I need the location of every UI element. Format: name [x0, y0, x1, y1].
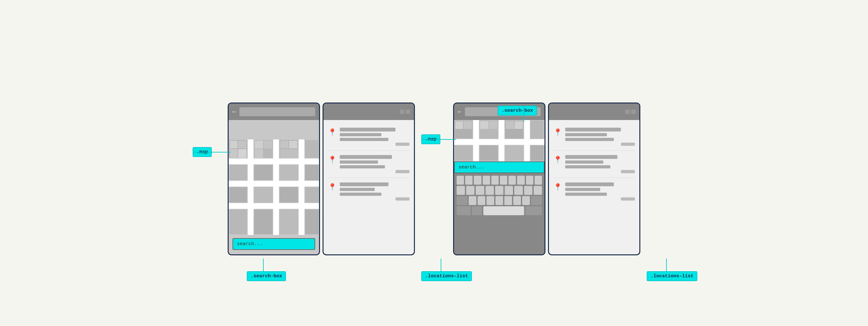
key-o[interactable] [526, 176, 533, 185]
key-shift[interactable] [457, 196, 467, 205]
svg-rect-12 [254, 165, 273, 180]
list-item-2a[interactable]: 📍 [553, 123, 635, 151]
list-item-2b[interactable]: 📍 [553, 151, 635, 178]
search-placeholder-1: search... [237, 241, 263, 247]
search-box-2[interactable]: search... [454, 161, 545, 173]
key-space[interactable] [483, 206, 524, 215]
svg-rect-14 [305, 165, 318, 180]
key-backspace[interactable] [531, 196, 542, 205]
window-dot-2a [625, 109, 630, 114]
svg-rect-47 [530, 121, 544, 138]
svg-rect-10 [305, 140, 318, 158]
key-emoji[interactable] [472, 206, 482, 215]
list-screen-1: 📍 📍 [322, 102, 415, 255]
list-lines-1b [340, 155, 409, 173]
window-dot-2b [631, 109, 636, 114]
svg-rect-11 [229, 165, 247, 180]
locations-arrow-2 [666, 259, 667, 271]
svg-rect-16 [254, 187, 273, 202]
svg-rect-48 [455, 145, 472, 161]
search-arrow-2 [523, 106, 524, 122]
svg-rect-53 [464, 121, 472, 129]
list-item-1a[interactable]: 📍 [328, 123, 409, 151]
key-return[interactable] [525, 206, 542, 215]
key-g[interactable] [495, 186, 503, 195]
diagram-2: ← [453, 84, 640, 255]
key-p[interactable] [535, 176, 542, 185]
list-item-2c[interactable]: 📍 [553, 178, 635, 205]
search-box-1[interactable]: search... [232, 238, 315, 250]
map-arrow-1 [193, 152, 231, 153]
key-n[interactable] [513, 196, 521, 205]
svg-rect-31 [255, 149, 263, 158]
back-arrow-icon-2[interactable]: ← [458, 108, 462, 116]
key-j[interactable] [514, 186, 523, 195]
list-item-1c[interactable]: 📍 [328, 178, 409, 205]
svg-rect-27 [280, 141, 288, 149]
key-a[interactable] [457, 186, 465, 195]
key-s[interactable] [466, 186, 474, 195]
window-dot-1b [406, 109, 410, 114]
map-arrow-2 [421, 139, 456, 140]
key-e[interactable] [474, 176, 481, 185]
map-screen-1: ← [228, 102, 320, 255]
key-r[interactable] [483, 176, 490, 185]
list-header-1 [323, 103, 414, 120]
svg-rect-43 [524, 120, 530, 161]
key-123[interactable] [457, 206, 471, 215]
keyboard-row-4 [457, 206, 542, 215]
svg-rect-19 [229, 209, 247, 234]
svg-rect-6 [299, 139, 304, 235]
svg-marker-34 [229, 152, 231, 153]
svg-rect-52 [455, 121, 463, 129]
key-x[interactable] [477, 196, 485, 205]
svg-marker-61 [523, 121, 524, 122]
key-i[interactable] [517, 176, 524, 185]
svg-rect-15 [229, 187, 247, 202]
key-c[interactable] [487, 196, 494, 205]
list-content-1: 📍 📍 [323, 120, 414, 208]
key-d[interactable] [476, 186, 484, 195]
list-lines-1c [340, 183, 409, 201]
key-k[interactable] [524, 186, 532, 195]
svg-rect-57 [515, 121, 523, 129]
key-b[interactable] [504, 196, 512, 205]
list-item-1b[interactable]: 📍 [328, 151, 409, 178]
list-lines-2b [565, 155, 635, 173]
header-bar-1 [240, 107, 315, 116]
key-v[interactable] [495, 196, 503, 205]
svg-rect-51 [530, 145, 544, 161]
search-placeholder-2: search... [459, 165, 484, 170]
key-u[interactable] [508, 176, 516, 185]
svg-rect-13 [280, 165, 298, 180]
list-lines-2a [565, 128, 635, 146]
key-t[interactable] [491, 176, 499, 185]
svg-rect-22 [305, 209, 318, 234]
svg-rect-50 [505, 145, 524, 161]
key-m[interactable] [522, 196, 530, 205]
svg-rect-41 [473, 120, 479, 161]
locations-label-2: .locations-list [647, 271, 697, 281]
pin-icon-1c: 📍 [328, 183, 337, 192]
key-y[interactable] [500, 176, 507, 185]
svg-rect-25 [255, 141, 263, 149]
pin-icon-2b: 📍 [553, 156, 562, 164]
svg-rect-21 [280, 209, 298, 234]
key-w[interactable] [465, 176, 472, 185]
svg-rect-55 [489, 121, 497, 129]
svg-rect-28 [289, 141, 298, 149]
key-h[interactable] [505, 186, 513, 195]
key-l[interactable] [534, 186, 542, 195]
window-dots-2 [625, 109, 636, 114]
screens-row-1: ← [228, 102, 415, 255]
svg-rect-54 [480, 121, 489, 129]
pin-icon-1a: 📍 [328, 128, 337, 137]
back-arrow-icon-1[interactable]: ← [232, 108, 236, 116]
key-f[interactable] [486, 186, 494, 195]
key-z[interactable] [469, 196, 476, 205]
key-q[interactable] [457, 176, 464, 185]
keyboard-row-1 [457, 176, 542, 185]
search-label-1: .search-box [247, 271, 286, 281]
phone-header-1: ← [228, 103, 319, 120]
svg-rect-23 [230, 141, 238, 149]
